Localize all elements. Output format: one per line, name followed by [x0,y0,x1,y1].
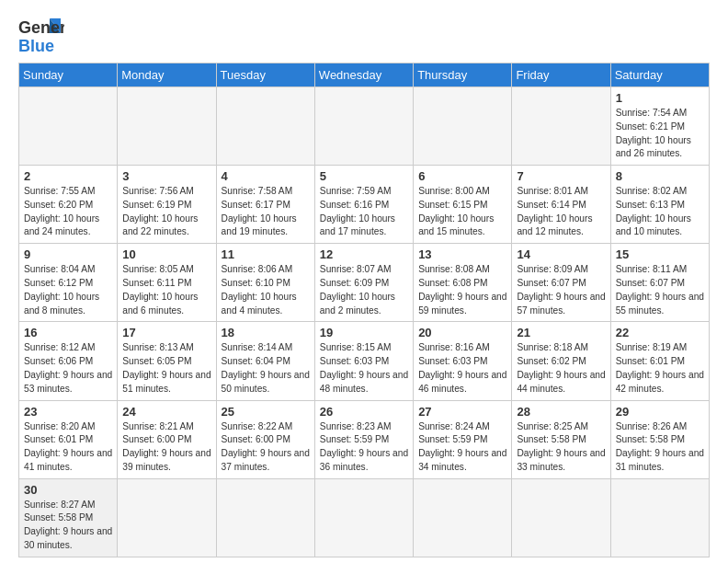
day-number: 10 [122,247,210,261]
header-saturday: Saturday [610,63,709,87]
day-info: Sunrise: 8:08 AM Sunset: 6:08 PM Dayligh… [418,263,506,317]
day-number: 28 [517,405,605,419]
day-info: Sunrise: 8:14 AM Sunset: 6:04 PM Dayligh… [222,341,310,396]
day-info: Sunrise: 8:26 AM Sunset: 5:58 PM Dayligh… [616,420,704,475]
calendar-cell [216,478,314,557]
calendar-cell: 15Sunrise: 8:11 AM Sunset: 6:07 PM Dayli… [610,244,709,322]
calendar-cell [512,87,610,166]
calendar-cell [118,87,216,166]
calendar-week-row: 2Sunrise: 7:55 AM Sunset: 6:20 PM Daylig… [19,166,710,244]
day-info: Sunrise: 8:06 AM Sunset: 6:10 PM Dayligh… [222,263,310,317]
day-number: 5 [320,169,408,183]
day-info: Sunrise: 8:21 AM Sunset: 6:00 PM Dayligh… [122,420,210,475]
day-info: Sunrise: 8:22 AM Sunset: 6:00 PM Dayligh… [222,420,310,475]
day-number: 7 [517,169,605,183]
day-number: 19 [320,326,408,339]
calendar-cell: 27Sunrise: 8:24 AM Sunset: 5:59 PM Dayli… [414,400,512,478]
header-tuesday: Tuesday [216,63,314,87]
calendar-cell: 8Sunrise: 8:02 AM Sunset: 6:13 PM Daylig… [610,166,709,244]
calendar-cell [314,87,413,166]
day-number: 16 [24,326,112,339]
day-number: 22 [616,326,704,339]
day-number: 27 [418,405,506,419]
calendar-cell: 28Sunrise: 8:25 AM Sunset: 5:58 PM Dayli… [512,400,610,478]
day-info: Sunrise: 8:16 AM Sunset: 6:03 PM Dayligh… [418,341,506,396]
calendar-cell: 29Sunrise: 8:26 AM Sunset: 5:58 PM Dayli… [610,400,709,478]
day-info: Sunrise: 8:20 AM Sunset: 6:01 PM Dayligh… [24,420,112,475]
day-info: Sunrise: 8:19 AM Sunset: 6:01 PM Dayligh… [616,341,704,396]
day-info: Sunrise: 8:00 AM Sunset: 6:15 PM Dayligh… [418,185,506,239]
day-number: 23 [24,405,112,419]
day-info: Sunrise: 8:13 AM Sunset: 6:05 PM Dayligh… [122,341,210,396]
calendar-cell: 11Sunrise: 8:06 AM Sunset: 6:10 PM Dayli… [216,244,314,322]
calendar-cell [414,87,512,166]
weekday-header-row: Sunday Monday Tuesday Wednesday Thursday… [19,63,710,87]
calendar-cell: 18Sunrise: 8:14 AM Sunset: 6:04 PM Dayli… [216,322,314,400]
calendar-cell: 25Sunrise: 8:22 AM Sunset: 6:00 PM Dayli… [216,400,314,478]
calendar-cell [19,87,118,166]
calendar-cell: 4Sunrise: 7:58 AM Sunset: 6:17 PM Daylig… [216,166,314,244]
calendar-cell: 21Sunrise: 8:18 AM Sunset: 6:02 PM Dayli… [512,322,610,400]
header-monday: Monday [118,63,216,87]
day-number: 8 [616,169,704,183]
day-info: Sunrise: 7:58 AM Sunset: 6:17 PM Dayligh… [222,185,310,239]
calendar-week-row: 9Sunrise: 8:04 AM Sunset: 6:12 PM Daylig… [19,244,710,322]
day-info: Sunrise: 8:25 AM Sunset: 5:58 PM Dayligh… [517,420,605,475]
day-info: Sunrise: 7:55 AM Sunset: 6:20 PM Dayligh… [24,185,112,239]
day-number: 4 [222,169,310,183]
calendar-cell [216,87,314,166]
day-number: 9 [24,247,112,261]
calendar-cell: 24Sunrise: 8:21 AM Sunset: 6:00 PM Dayli… [118,400,216,478]
calendar-cell: 22Sunrise: 8:19 AM Sunset: 6:01 PM Dayli… [610,322,709,400]
day-number: 2 [24,169,112,183]
day-number: 21 [517,326,605,339]
day-number: 18 [222,326,310,339]
day-number: 11 [222,247,310,261]
calendar-cell: 13Sunrise: 8:08 AM Sunset: 6:08 PM Dayli… [414,244,512,322]
calendar-cell: 2Sunrise: 7:55 AM Sunset: 6:20 PM Daylig… [19,166,118,244]
header-friday: Friday [512,63,610,87]
calendar-week-row: 23Sunrise: 8:20 AM Sunset: 6:01 PM Dayli… [19,400,710,478]
day-number: 13 [418,247,506,261]
day-info: Sunrise: 8:18 AM Sunset: 6:02 PM Dayligh… [517,341,605,396]
calendar-cell: 9Sunrise: 8:04 AM Sunset: 6:12 PM Daylig… [19,244,118,322]
calendar-cell: 10Sunrise: 8:05 AM Sunset: 6:11 PM Dayli… [118,244,216,322]
day-info: Sunrise: 8:12 AM Sunset: 6:06 PM Dayligh… [24,341,112,396]
day-info: Sunrise: 7:54 AM Sunset: 6:21 PM Dayligh… [616,107,704,161]
day-number: 6 [418,169,506,183]
calendar-cell: 3Sunrise: 7:56 AM Sunset: 6:19 PM Daylig… [118,166,216,244]
day-number: 3 [122,169,210,183]
day-info: Sunrise: 8:23 AM Sunset: 5:59 PM Dayligh… [320,420,408,475]
calendar-week-row: 30Sunrise: 8:27 AM Sunset: 5:58 PM Dayli… [19,478,710,557]
day-info: Sunrise: 8:02 AM Sunset: 6:13 PM Dayligh… [616,185,704,239]
day-info: Sunrise: 8:05 AM Sunset: 6:11 PM Dayligh… [122,263,210,317]
calendar-cell: 1Sunrise: 7:54 AM Sunset: 6:21 PM Daylig… [610,87,709,166]
day-info: Sunrise: 8:27 AM Sunset: 5:58 PM Dayligh… [24,499,112,553]
svg-text:General: General [18,18,64,37]
calendar-cell: 17Sunrise: 8:13 AM Sunset: 6:05 PM Dayli… [118,322,216,400]
day-number: 26 [320,405,408,419]
day-number: 15 [616,247,704,261]
day-info: Sunrise: 8:07 AM Sunset: 6:09 PM Dayligh… [320,263,408,317]
day-number: 25 [222,405,310,419]
page: GeneralBlue Sunday Monday Tuesday Wednes… [0,0,728,563]
logo-svg: GeneralBlue [18,15,64,55]
calendar-cell: 26Sunrise: 8:23 AM Sunset: 5:59 PM Dayli… [314,400,413,478]
day-info: Sunrise: 7:56 AM Sunset: 6:19 PM Dayligh… [122,185,210,239]
day-number: 12 [320,247,408,261]
calendar-cell: 23Sunrise: 8:20 AM Sunset: 6:01 PM Dayli… [19,400,118,478]
day-info: Sunrise: 7:59 AM Sunset: 6:16 PM Dayligh… [320,185,408,239]
calendar-cell: 5Sunrise: 7:59 AM Sunset: 6:16 PM Daylig… [314,166,413,244]
day-info: Sunrise: 8:04 AM Sunset: 6:12 PM Dayligh… [24,263,112,317]
day-info: Sunrise: 8:15 AM Sunset: 6:03 PM Dayligh… [320,341,408,396]
day-info: Sunrise: 8:11 AM Sunset: 6:07 PM Dayligh… [616,263,704,317]
calendar-cell: 20Sunrise: 8:16 AM Sunset: 6:03 PM Dayli… [414,322,512,400]
day-number: 1 [616,91,704,105]
calendar-cell: 7Sunrise: 8:01 AM Sunset: 6:14 PM Daylig… [512,166,610,244]
calendar-cell [314,478,413,557]
calendar-cell: 30Sunrise: 8:27 AM Sunset: 5:58 PM Dayli… [19,478,118,557]
header-sunday: Sunday [19,63,118,87]
calendar-cell [512,478,610,557]
day-info: Sunrise: 8:09 AM Sunset: 6:07 PM Dayligh… [517,263,605,317]
day-number: 14 [517,247,605,261]
